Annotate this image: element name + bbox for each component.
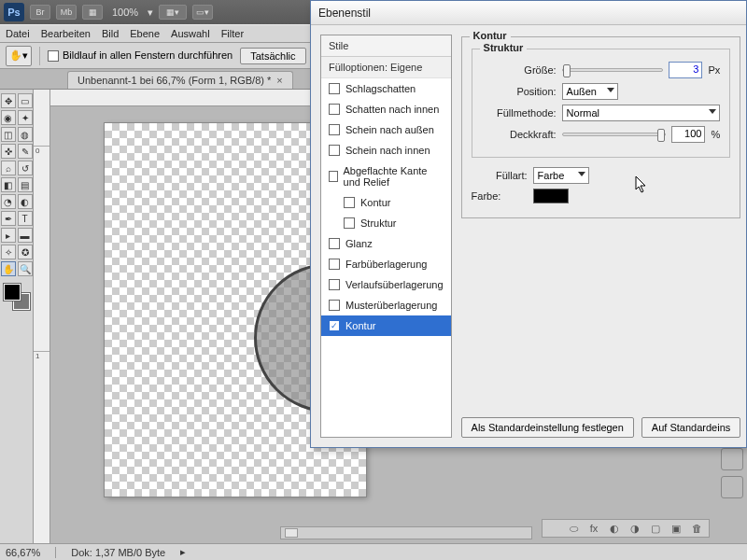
size-slider[interactable]	[562, 68, 664, 72]
close-icon[interactable]: ×	[276, 75, 282, 86]
checkbox-icon[interactable]	[329, 279, 340, 290]
size-unit: Px	[708, 64, 720, 76]
dodge-tool[interactable]: ◐	[18, 194, 33, 209]
mask-icon[interactable]: ◐	[608, 522, 621, 535]
checkbox-icon[interactable]	[329, 83, 340, 94]
reset-default-button[interactable]: Auf Standardeins	[641, 417, 740, 438]
horizontal-scrollbar[interactable]	[280, 526, 532, 539]
checkbox-icon[interactable]	[344, 217, 355, 229]
blendmode-select[interactable]: Normal	[562, 105, 721, 121]
style-item-bevel-texture[interactable]: Struktur	[321, 213, 451, 233]
layout-chip[interactable]: ▦	[82, 5, 103, 20]
style-item-outerglow[interactable]: Schein nach außen	[321, 119, 451, 140]
style-list-header[interactable]: Stile	[321, 35, 451, 57]
eraser-tool[interactable]: ◧	[1, 177, 16, 192]
checkbox-icon[interactable]	[329, 238, 340, 249]
color-swatches[interactable]	[4, 284, 30, 310]
view-extras-icon[interactable]: ▦▾	[159, 5, 187, 20]
wand-tool[interactable]: ✦	[18, 110, 33, 125]
position-value: Außen	[567, 86, 597, 97]
lasso-tool[interactable]: ◉	[1, 110, 16, 125]
document-tab[interactable]: Unbenannt-1 bei 66,7% (Form 1, RGB/8) * …	[67, 71, 293, 89]
zoom-dropdown-icon[interactable]: ▾	[148, 7, 153, 19]
3d-cam-tool[interactable]: ✪	[18, 245, 33, 259]
trash-icon[interactable]: 🗑	[690, 522, 703, 535]
new-layer-icon[interactable]: ▣	[669, 522, 683, 535]
history-brush-tool[interactable]: ↺	[18, 161, 33, 175]
scrollbar-thumb[interactable]	[285, 528, 298, 538]
shape-tool[interactable]: ▬	[18, 228, 33, 243]
opacity-slider[interactable]	[562, 133, 667, 136]
scroll-all-label: Bildlauf in allen Fenstern durchführen	[63, 49, 233, 61]
style-item-bevel-contour[interactable]: Kontur	[321, 192, 451, 213]
zoom-level[interactable]: 100%	[112, 7, 138, 18]
opacity-unit: %	[711, 129, 720, 140]
dialog-titlebar[interactable]: Ebenenstil	[311, 1, 746, 25]
path-tool[interactable]: ▸	[1, 228, 16, 243]
menu-bearbeiten[interactable]: Bearbeiten	[41, 28, 91, 39]
hand-tool[interactable]: ✋	[1, 261, 16, 276]
style-item-patternoverlay[interactable]: Musterüberlagerung	[321, 295, 451, 315]
status-bar: 66,67% Dok: 1,37 MB/0 Byte ▸	[0, 543, 747, 560]
scroll-all-windows-option[interactable]: Bildlauf in allen Fenstern durchführen	[48, 49, 233, 62]
status-dropdown-icon[interactable]: ▸	[180, 546, 186, 558]
active-tool-icon[interactable]: ✋▾	[6, 46, 32, 66]
style-item-gradientoverlay[interactable]: Verlaufsüberlagerung	[321, 274, 451, 295]
fg-color-swatch[interactable]	[4, 284, 21, 301]
gradient-tool[interactable]: ▤	[18, 177, 33, 192]
checkbox-icon[interactable]: ✓	[329, 320, 340, 331]
screen-mode-icon[interactable]: ▭▾	[192, 5, 213, 20]
fx-icon[interactable]: fx	[587, 522, 600, 535]
move-tool[interactable]: ✥	[1, 93, 16, 108]
checkbox-icon[interactable]	[329, 259, 340, 270]
style-item-stroke[interactable]: ✓Kontur	[321, 315, 451, 336]
position-select[interactable]: Außen	[562, 83, 618, 100]
menu-filter[interactable]: Filter	[221, 28, 244, 39]
status-doc-size[interactable]: Dok: 1,37 MB/0 Byte	[71, 547, 165, 558]
eyedropper-tool[interactable]: ◍	[18, 127, 33, 142]
menu-datei[interactable]: Datei	[6, 28, 30, 39]
menu-ebene[interactable]: Ebene	[130, 28, 160, 39]
actual-pixels-button[interactable]: Tatsächlic	[240, 48, 305, 64]
pen-tool[interactable]: ✒	[1, 211, 16, 226]
blur-tool[interactable]: ◔	[1, 194, 16, 209]
crop-tool[interactable]: ◫	[1, 127, 16, 142]
stamp-tool[interactable]: ⌕	[1, 161, 16, 175]
filltype-select[interactable]: Farbe	[533, 167, 589, 184]
adjustment-icon[interactable]: ◑	[628, 522, 641, 535]
folder-icon[interactable]: ▢	[649, 522, 662, 535]
link-icon[interactable]: ⬭	[567, 522, 580, 535]
make-default-button[interactable]: Als Standardeinstellung festlegen	[461, 417, 634, 438]
zoom-tool[interactable]: 🔍	[18, 261, 33, 276]
menu-bild[interactable]: Bild	[102, 28, 119, 39]
style-item-innershadow[interactable]: Schatten nach innen	[321, 99, 451, 119]
style-item-bevel[interactable]: Abgeflachte Kante und Relief	[321, 161, 451, 192]
checkbox-icon[interactable]	[48, 50, 59, 62]
dock-icon-color[interactable]	[721, 448, 743, 470]
blending-options-item[interactable]: Fülloptionen: Eigene	[321, 57, 451, 78]
style-item-innerglow[interactable]: Schein nach innen	[321, 140, 451, 161]
3d-tool[interactable]: ✧	[1, 245, 16, 259]
opacity-input[interactable]: 100	[671, 126, 705, 143]
checkbox-icon[interactable]	[329, 104, 340, 115]
checkbox-icon[interactable]	[344, 197, 355, 208]
checkbox-icon[interactable]	[329, 300, 340, 311]
checkbox-icon[interactable]	[329, 124, 340, 135]
status-zoom[interactable]: 66,67%	[6, 547, 40, 558]
style-item-label: Farbüberlagerung	[345, 259, 427, 270]
dock-icon-adjust[interactable]	[721, 476, 743, 498]
menu-auswahl[interactable]: Auswahl	[171, 28, 210, 39]
checkbox-icon[interactable]	[329, 171, 338, 182]
minibridge-chip[interactable]: Mb	[56, 5, 77, 20]
heal-tool[interactable]: ✜	[1, 144, 16, 159]
bridge-chip[interactable]: Br	[30, 5, 50, 20]
marquee-tool[interactable]: ▭	[18, 93, 33, 108]
stroke-color-swatch[interactable]	[533, 189, 569, 203]
type-tool[interactable]: T	[18, 211, 33, 226]
size-input[interactable]: 3	[669, 62, 702, 78]
style-item-satin[interactable]: Glanz	[321, 233, 451, 254]
style-item-dropshadow[interactable]: Schlagschatten	[321, 78, 451, 99]
style-item-coloroverlay[interactable]: Farbüberlagerung	[321, 254, 451, 274]
brush-tool[interactable]: ✎	[18, 144, 33, 159]
checkbox-icon[interactable]	[329, 145, 340, 156]
